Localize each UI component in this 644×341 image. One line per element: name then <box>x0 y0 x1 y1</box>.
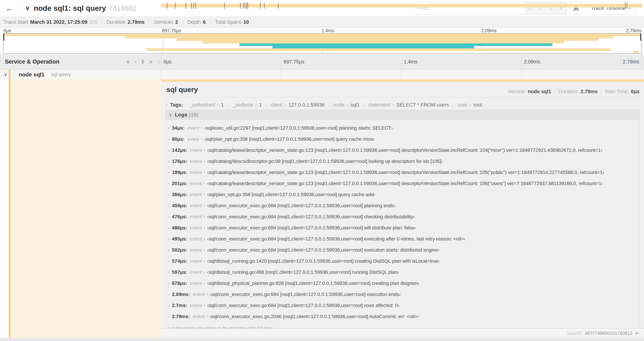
minimap-left-scrubber-handle[interactable] <box>3 34 4 41</box>
log-event-marker <box>240 3 241 9</box>
log-event-marker <box>278 3 278 9</box>
span-collapse-chevron-icon[interactable]: ∨ <box>4 72 7 77</box>
log-event-marker <box>196 3 196 9</box>
log-event-marker <box>224 3 225 9</box>
column-resize-handle[interactable]: || <box>157 59 161 65</box>
collapse-trace-chevron-icon[interactable]: ∨ <box>25 5 30 12</box>
trace-name: node sql1: sql query <box>34 4 106 12</box>
summary-value: 2.79ms <box>128 19 144 25</box>
summary-value-fraction: .326 <box>88 19 97 25</box>
detail-left-color-accent <box>9 79 10 338</box>
log-event-marker <box>175 3 175 9</box>
trace-timeline-page: ← ∨ node sql1: sql query7418682 ◎ ∧ ∨ ✕ … <box>0 0 644 341</box>
detail-row-span-accent-bar <box>161 80 644 82</box>
span-service-name: node sql1 <box>19 71 44 78</box>
collapse-one-icon[interactable]: ∨ <box>126 59 130 65</box>
detail-left-column-fill <box>10 79 161 338</box>
page-title: node sql1: sql query7418682 <box>34 4 136 13</box>
log-event-marker <box>245 3 245 9</box>
minimap-tick-label: 0μs <box>4 28 11 34</box>
log-event-marker <box>194 3 194 9</box>
summary-label: Duration <box>106 19 126 25</box>
log-event-marker <box>264 3 264 9</box>
log-event-marker <box>191 3 192 9</box>
span-bar-area <box>161 0 642 341</box>
log-event-marker <box>246 3 247 9</box>
collapse-all-icon[interactable]: ∨ ∨ <box>141 60 144 64</box>
expand-all-icon[interactable]: » <box>149 58 153 65</box>
log-event-marker <box>625 3 626 9</box>
summary-item: Trace Start March 31 2022, 17:25:09 .326 <box>4 19 97 25</box>
span-operation-name: sql query <box>51 72 71 77</box>
log-event-marker <box>627 3 627 9</box>
log-event-marker <box>186 3 186 9</box>
span-duration-bar[interactable] <box>161 4 642 8</box>
collapse-controls: ∨ › ∨ ∨ » <box>126 58 153 65</box>
summary-value: March 31 2022, 17:25:09 <box>30 19 88 25</box>
back-arrow-icon: ← <box>5 4 14 13</box>
expand-one-icon[interactable]: › <box>135 59 136 65</box>
back-button[interactable]: ← <box>0 0 20 16</box>
span-color-accent <box>9 70 10 79</box>
log-event-marker <box>248 3 248 9</box>
service-operation-header: Service & Operation <box>5 58 60 65</box>
summary-label: Trace Start <box>4 19 28 25</box>
log-event-marker <box>167 3 168 9</box>
log-event-marker <box>260 3 260 9</box>
trace-id: 7418682 <box>109 4 136 12</box>
summary-item: Duration 2.79ms <box>102 19 144 25</box>
log-event-marker <box>243 3 244 9</box>
